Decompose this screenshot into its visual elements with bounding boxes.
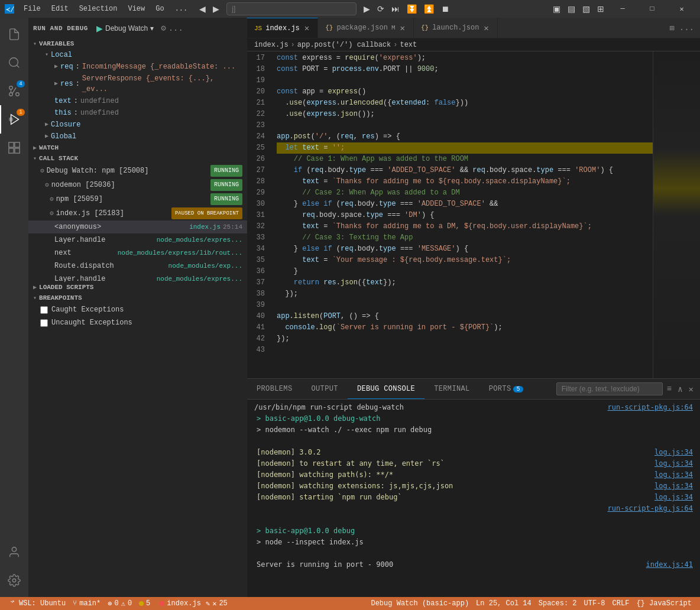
stack-item-indexjs[interactable]: ⚙ index.js [25183] PAUSED ON BREAKPOINT bbox=[28, 206, 247, 220]
activity-account[interactable] bbox=[0, 538, 28, 566]
debug-continue-btn[interactable]: ▶ bbox=[361, 3, 372, 15]
debug-forward-btn[interactable]: ▶ bbox=[210, 3, 222, 15]
status-language[interactable]: {} JavaScript bbox=[633, 597, 695, 610]
var-local-group[interactable]: ▾ Local bbox=[28, 49, 247, 61]
panel-tab-problems[interactable]: PROBLEMS bbox=[247, 379, 302, 399]
debug-restart-btn[interactable]: ⟳ bbox=[375, 3, 387, 15]
debug-back-btn[interactable]: ◀ bbox=[197, 3, 208, 15]
menu-edit[interactable]: Edit bbox=[47, 4, 73, 14]
watch-section-header[interactable]: ▶ WATCH bbox=[28, 142, 247, 153]
var-req-val: IncomingMessage {_readableState: ... bbox=[82, 61, 235, 72]
status-branch[interactable]: ⑂ main* bbox=[69, 597, 104, 610]
paused-badge: PAUSED ON BREAKPOINT bbox=[171, 207, 242, 219]
stack-item-nodemon[interactable]: ⚙ nodemon [25036] RUNNING bbox=[28, 178, 247, 192]
activity-source-control[interactable]: 4 bbox=[0, 77, 28, 105]
var-closure-group[interactable]: ▶ Closure bbox=[28, 119, 247, 131]
code-editor[interactable]: 1718192021222324252627282930313233343536… bbox=[247, 51, 653, 378]
activity-extensions[interactable] bbox=[0, 134, 28, 162]
callstack-section-header[interactable]: ▾ CALL STACK bbox=[28, 153, 247, 164]
var-res[interactable]: ▶ res : ServerResponse {_events: {...}, … bbox=[28, 73, 247, 95]
status-remote[interactable]: WSL: Ubuntu bbox=[5, 597, 69, 610]
stack-item-npm[interactable]: ⚙ npm [25059] RUNNING bbox=[28, 192, 247, 206]
debug-settings-icon[interactable]: ⚙ bbox=[160, 22, 167, 34]
status-eol[interactable]: CRLF bbox=[609, 597, 633, 610]
more-tabs-icon[interactable]: ... bbox=[678, 22, 695, 34]
variables-section-header[interactable]: ▾ VARIABLES bbox=[28, 38, 247, 49]
stack-item-route-dispatch[interactable]: Route.dispatch node_modules/exp... bbox=[28, 259, 247, 272]
debug-step-over-btn[interactable]: ⏭ bbox=[389, 3, 402, 15]
var-req[interactable]: ▶ req : IncomingMessage {_readableState:… bbox=[28, 61, 247, 73]
breadcrumb-symbol[interactable]: text bbox=[400, 41, 417, 49]
breadcrumb-file[interactable]: index.js bbox=[254, 41, 289, 49]
stack-item-anonymous[interactable]: <anonymous> index.js 25:14 bbox=[28, 220, 247, 233]
activity-explorer[interactable] bbox=[0, 20, 28, 48]
close-file-icon[interactable]: ✕ bbox=[212, 599, 216, 608]
panel-tab-output[interactable]: OUTPUT bbox=[302, 379, 348, 399]
chevron-right-icon: ▶ bbox=[54, 79, 58, 89]
activity-run-debug[interactable]: 1 bbox=[0, 105, 28, 134]
tab-close-icon[interactable]: ✕ bbox=[303, 22, 310, 34]
bp-caught-checkbox[interactable] bbox=[40, 306, 48, 314]
debug-stop-btn[interactable]: ⏹ bbox=[439, 3, 452, 15]
panel-tab-debug-console[interactable]: DEBUG CONSOLE bbox=[348, 379, 424, 399]
stack-label: Layer.handle bbox=[54, 235, 154, 245]
stack-item-debug-watch[interactable]: ⚙ Debug Watch: npm [25008] RUNNING bbox=[28, 164, 247, 178]
stack-item-layer-handle[interactable]: Layer.handle node_modules/expres... bbox=[28, 233, 247, 246]
command-palette-input[interactable] bbox=[226, 2, 357, 15]
panel-tab-ports[interactable]: PORTS 5 bbox=[479, 379, 533, 399]
menu-selection[interactable]: Selection bbox=[74, 4, 122, 14]
loaded-scripts-header[interactable]: ▶ LOADED SCRIPTS bbox=[28, 282, 247, 293]
debug-config-button[interactable]: ▶ Debug Watch ▾ bbox=[93, 22, 157, 34]
debug-more-icon[interactable]: ... bbox=[167, 22, 184, 34]
variables-title: VARIABLES bbox=[39, 40, 74, 47]
var-closure-label: Closure bbox=[51, 119, 80, 130]
status-debug-config[interactable]: Debug Watch (basic-app) bbox=[367, 597, 472, 610]
breadcrumb-function[interactable]: app.post('/') callback bbox=[297, 41, 391, 49]
var-text: text : undefined bbox=[28, 95, 247, 107]
console-line: /usr/bin/npm run-script debug-watchrun-s… bbox=[254, 402, 693, 413]
menu-more[interactable]: ... bbox=[170, 4, 193, 14]
bp-uncaught-checkbox[interactable] bbox=[40, 319, 48, 327]
status-ports[interactable]: 5 bbox=[135, 597, 154, 610]
breakpoints-section-header[interactable]: ▾ BREAKPOINTS bbox=[28, 293, 247, 303]
tab-launch-json[interactable]: {} launch.json ✕ bbox=[414, 18, 498, 38]
edit-file-icon[interactable]: ✎ bbox=[206, 599, 210, 608]
var-global-group[interactable]: ▶ Global bbox=[28, 131, 247, 142]
activity-search[interactable] bbox=[0, 48, 28, 77]
console-filter-input[interactable] bbox=[556, 382, 663, 395]
stack-file: node_modules/expres... bbox=[157, 274, 242, 282]
layout-toggle-btn[interactable]: ▣ bbox=[550, 3, 563, 15]
menu-view[interactable]: View bbox=[123, 4, 150, 14]
tab-close-icon[interactable]: ✕ bbox=[482, 22, 490, 34]
console-maximize-icon[interactable]: ∧ bbox=[676, 382, 684, 396]
split-editor-icon[interactable]: ⊞ bbox=[668, 22, 675, 34]
minimize-button[interactable]: ─ bbox=[609, 0, 636, 18]
console-options-icon[interactable]: ≡ bbox=[665, 382, 673, 395]
svg-rect-11 bbox=[9, 148, 14, 153]
menu-go[interactable]: Go bbox=[151, 4, 168, 14]
debug-step-into-btn[interactable]: ⏬ bbox=[404, 3, 419, 15]
editor-layout-btn[interactable]: ⊞ bbox=[595, 3, 607, 15]
panel-tab-terminal[interactable]: TERMINAL bbox=[424, 379, 479, 399]
tab-close-icon[interactable]: ✕ bbox=[398, 22, 406, 34]
status-spaces[interactable]: Spaces: 2 bbox=[535, 597, 581, 610]
tab-index-js[interactable]: JS index.js ✕ bbox=[247, 18, 318, 38]
maximize-button[interactable]: □ bbox=[639, 0, 666, 18]
status-errors[interactable]: ⊗ 0 ⚠ 0 bbox=[104, 597, 135, 610]
status-debug-file[interactable]: index.js ✎ ✕ 25 bbox=[156, 597, 231, 610]
status-encoding[interactable]: UTF-8 bbox=[581, 597, 609, 610]
running-badge: RUNNING bbox=[210, 165, 242, 177]
tab-package-json[interactable]: {} package.json M ✕ bbox=[318, 18, 414, 38]
menu-file[interactable]: File bbox=[19, 4, 46, 14]
sidebar-toggle-btn[interactable]: ▧ bbox=[580, 3, 592, 15]
gear-icon: ⚙ bbox=[40, 166, 44, 176]
stack-label: <anonymous> bbox=[54, 222, 187, 232]
stack-item-next[interactable]: next node_modules/express/lib/rout... bbox=[28, 246, 247, 259]
console-close-icon[interactable]: ✕ bbox=[687, 382, 695, 396]
debug-step-out-btn[interactable]: ⏫ bbox=[422, 3, 436, 15]
status-cursor[interactable]: Ln 25, Col 14 bbox=[472, 597, 535, 610]
close-button[interactable]: ✕ bbox=[668, 0, 695, 18]
panel-toggle-btn[interactable]: ▤ bbox=[565, 3, 578, 15]
activity-settings[interactable] bbox=[0, 566, 28, 595]
stack-item-layer-handle-2[interactable]: Layer.handle node_modules/expres... bbox=[28, 272, 247, 282]
